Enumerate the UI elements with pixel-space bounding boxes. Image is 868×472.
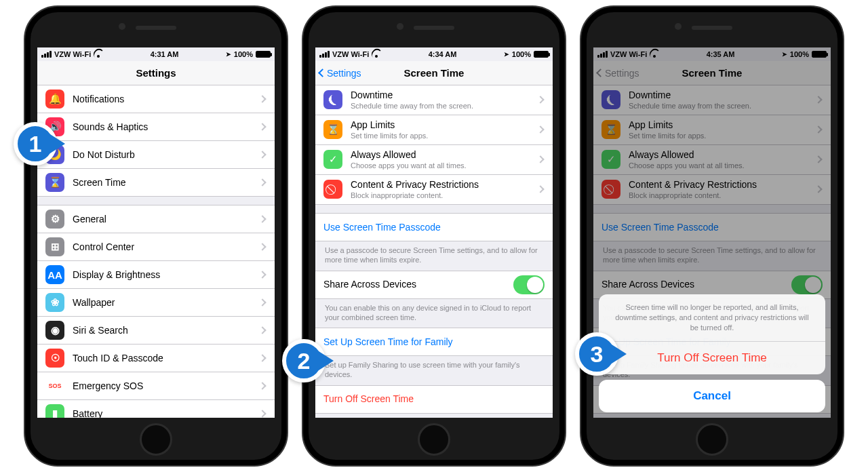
feature-label: Downtime xyxy=(351,90,530,101)
chevron-right-icon xyxy=(258,410,266,417)
screentime-feature-row[interactable]: ⏾ Downtime Schedule time away from the s… xyxy=(315,85,553,115)
home-button[interactable] xyxy=(696,423,728,456)
back-button[interactable]: Settings xyxy=(319,68,361,79)
screentime-feature-row[interactable]: ✓ Always Allowed Choose apps you want at… xyxy=(593,144,831,174)
row-icon: AA xyxy=(45,265,64,284)
home-button[interactable] xyxy=(418,423,450,456)
turn-off-screen-time-row[interactable]: Turn Off Screen Time xyxy=(315,386,553,413)
clock: 4:34 AM xyxy=(429,50,457,58)
turn-off-screen-time-action[interactable]: Turn Off Screen Time xyxy=(599,341,825,374)
phone-frame-1: VZW Wi-Fi 4:31 AM ➤ 100% Settings 🔔 Noti… xyxy=(24,5,288,467)
use-passcode-row[interactable]: Use Screen Time Passcode xyxy=(593,214,831,241)
passcode-group: Use Screen Time Passcode xyxy=(315,213,553,241)
use-passcode-row[interactable]: Use Screen Time Passcode xyxy=(315,214,553,241)
location-icon: ➤ xyxy=(782,51,787,58)
chevron-right-icon xyxy=(814,156,822,163)
feature-subtitle: Choose apps you want at all times. xyxy=(351,161,530,170)
feature-icon: ⃠ xyxy=(601,180,620,199)
chevron-left-icon xyxy=(596,68,605,77)
cancel-button[interactable]: Cancel xyxy=(599,380,825,412)
row-icon: ⌛ xyxy=(45,173,64,192)
row-icon: 🔔 xyxy=(45,90,64,109)
settings-row[interactable]: 🔔 Notifications xyxy=(37,85,275,113)
screentime-feature-row[interactable]: ⃠ Content & Privacy Restrictions Block i… xyxy=(593,174,831,204)
chevron-right-icon xyxy=(258,243,266,250)
feature-label: Always Allowed xyxy=(629,149,808,161)
row-label: Share Across Devices xyxy=(323,279,505,290)
feature-subtitle: Choose apps you want at all times. xyxy=(629,161,808,170)
chevron-right-icon xyxy=(258,354,266,361)
settings-row[interactable]: 🔊 Sounds & Haptics xyxy=(37,113,275,140)
row-label: General xyxy=(73,214,252,225)
step-badge-3: 3 xyxy=(575,332,618,376)
passcode-note: Use a passcode to secure Screen Time set… xyxy=(593,241,831,268)
passcode-group: Use Screen Time Passcode xyxy=(593,213,831,241)
chevron-right-icon xyxy=(536,186,544,193)
settings-row[interactable]: ❀ Wallpaper xyxy=(37,288,275,316)
step-badge-1: 1 xyxy=(14,122,57,165)
screentime-feature-row[interactable]: ⌛ App Limits Set time limits for apps. xyxy=(593,115,831,144)
action-sheet-message: Screen time will no longer be reported, … xyxy=(599,294,825,341)
feature-icon: ⏾ xyxy=(601,90,620,109)
settings-list[interactable]: 🔔 Notifications 🔊 Sounds & Haptics 🌙 Do … xyxy=(37,85,275,418)
row-label: Use Screen Time Passcode xyxy=(601,222,823,233)
status-bar: VZW Wi-Fi 4:31 AM ➤ 100% xyxy=(37,47,275,61)
nav-title: Screen Time xyxy=(404,67,465,79)
settings-row[interactable]: 🌙 Do Not Disturb xyxy=(37,140,275,168)
phone-frame-3: VZW Wi-Fi 4:35 AM ➤ 100% Settings Screen… xyxy=(580,5,844,467)
chevron-right-icon xyxy=(258,123,266,130)
screentime-list[interactable]: ⏾ Downtime Schedule time away from the s… xyxy=(315,85,553,418)
feature-label: Content & Privacy Restrictions xyxy=(351,179,530,191)
chevron-right-icon xyxy=(814,96,822,104)
features-group: ⏾ Downtime Schedule time away from the s… xyxy=(315,85,553,205)
screentime-feature-row[interactable]: ⏾ Downtime Schedule time away from the s… xyxy=(593,85,831,115)
row-icon: ⚙ xyxy=(45,210,64,229)
home-button[interactable] xyxy=(140,423,172,456)
settings-row[interactable]: ⌛ Screen Time xyxy=(37,168,275,196)
nav-bar: Settings Screen Time xyxy=(315,61,553,85)
nav-title: Screen Time xyxy=(682,67,743,79)
settings-row[interactable]: ▮ Battery xyxy=(37,399,275,418)
row-label: Wallpaper xyxy=(73,297,252,309)
screen-screentime: VZW Wi-Fi 4:34 AM ➤ 100% Settings Screen… xyxy=(315,47,553,418)
feature-icon: ✓ xyxy=(601,150,620,169)
step-badge-2: 2 xyxy=(282,339,326,382)
settings-row[interactable]: ⊞ Control Center xyxy=(37,233,275,260)
feature-label: Always Allowed xyxy=(351,149,530,161)
settings-row[interactable]: ☉ Touch ID & Passcode xyxy=(37,344,275,372)
screen-screentime-confirm: VZW Wi-Fi 4:35 AM ➤ 100% Settings Screen… xyxy=(593,47,831,418)
row-label: Battery xyxy=(73,408,252,418)
row-label: Display & Brightness xyxy=(73,269,252,281)
row-icon: ⊞ xyxy=(45,237,64,256)
settings-row[interactable]: AA Display & Brightness xyxy=(37,260,275,288)
row-label: Control Center xyxy=(73,241,252,253)
share-toggle[interactable] xyxy=(513,275,545,294)
action-sheet-panel: Screen time will no longer be reported, … xyxy=(599,294,825,374)
carrier: VZW Wi-Fi xyxy=(610,50,647,58)
settings-row[interactable]: SOS Emergency SOS xyxy=(37,372,275,399)
battery-icon xyxy=(812,51,827,58)
row-label: Siri & Search xyxy=(73,325,252,336)
screentime-feature-row[interactable]: ⌛ App Limits Set time limits for apps. xyxy=(315,115,553,144)
signal-icon xyxy=(319,51,330,58)
signal-icon xyxy=(41,51,52,58)
battery-percent: 100% xyxy=(512,50,531,58)
screentime-feature-row[interactable]: ✓ Always Allowed Choose apps you want at… xyxy=(315,144,553,174)
feature-label: Content & Privacy Restrictions xyxy=(629,179,808,191)
chevron-right-icon xyxy=(258,298,266,306)
row-label: Touch ID & Passcode xyxy=(73,353,252,364)
family-setup-row[interactable]: Set Up Screen Time for Family xyxy=(315,328,553,355)
share-across-devices-row[interactable]: Share Across Devices xyxy=(315,271,553,298)
row-label: Share Across Devices xyxy=(601,279,783,290)
family-note: Set up Family Sharing to use screen time… xyxy=(315,356,553,382)
clock: 4:35 AM xyxy=(707,50,735,58)
screentime-feature-row[interactable]: ⃠ Content & Privacy Restrictions Block i… xyxy=(315,174,553,204)
settings-row[interactable]: ⚙ General xyxy=(37,205,275,233)
row-label: Use Screen Time Passcode xyxy=(323,222,545,233)
row-label: Turn Off Screen Time xyxy=(323,393,545,405)
settings-row[interactable]: ◉ Siri & Search xyxy=(37,316,275,344)
feature-icon: ⌛ xyxy=(601,120,620,139)
chevron-left-icon xyxy=(318,68,327,77)
feature-label: Downtime xyxy=(629,90,808,101)
row-icon: ☉ xyxy=(45,349,64,368)
